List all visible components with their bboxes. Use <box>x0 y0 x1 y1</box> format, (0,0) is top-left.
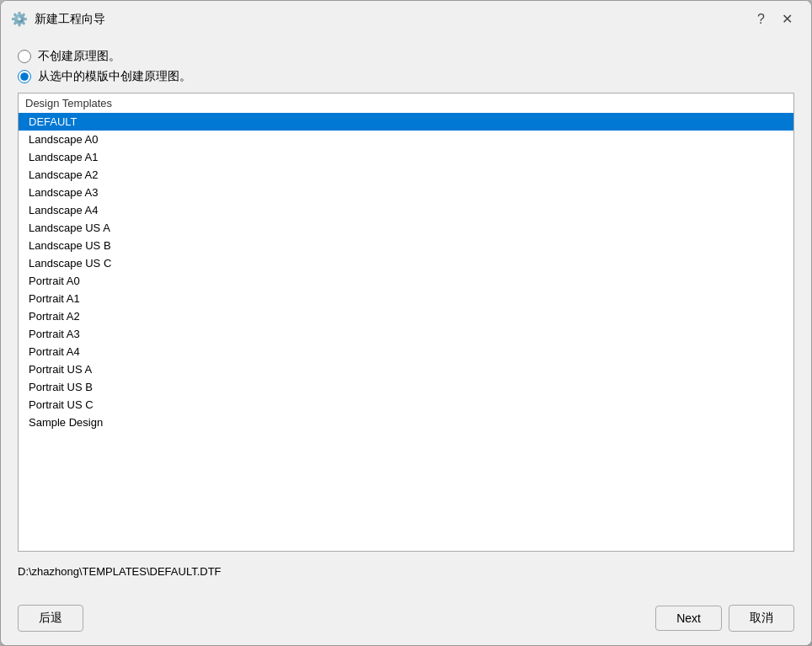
new-project-wizard-dialog: ⚙️ 新建工程向导 ? ✕ 不创建原理图。 从选中的模版中创建原理图。 Desi… <box>0 0 812 646</box>
list-item[interactable]: Landscape A4 <box>19 201 793 219</box>
close-button[interactable]: ✕ <box>777 9 798 29</box>
list-item[interactable]: Portrait US B <box>19 378 793 396</box>
dialog-body: 不创建原理图。 从选中的模版中创建原理图。 Design Templates D… <box>1 35 811 595</box>
dialog-footer: 后退 Next 取消 <box>1 595 811 645</box>
app-icon: ⚙️ <box>11 11 28 28</box>
back-button[interactable]: 后退 <box>18 605 83 632</box>
file-path: D:\zhazhong\TEMPLATES\DEFAULT.DTF <box>18 560 794 581</box>
list-item[interactable]: Landscape A1 <box>19 148 793 166</box>
template-list: DEFAULTLandscape A0Landscape A1Landscape… <box>19 113 793 431</box>
list-item[interactable]: Landscape US B <box>19 237 793 254</box>
next-button[interactable]: Next <box>655 606 722 631</box>
list-item[interactable]: Landscape A0 <box>19 131 793 148</box>
radio-from-template[interactable]: 从选中的模版中创建原理图。 <box>18 69 794 84</box>
list-item[interactable]: Portrait A0 <box>19 272 793 290</box>
help-button[interactable]: ? <box>752 10 770 29</box>
list-item[interactable]: Portrait A3 <box>19 325 793 343</box>
list-item[interactable]: Portrait A2 <box>19 307 793 325</box>
list-item[interactable]: Portrait US C <box>19 396 793 414</box>
title-bar-left: ⚙️ 新建工程向导 <box>11 11 105 28</box>
list-item[interactable]: Landscape A2 <box>19 166 793 184</box>
list-item[interactable]: Portrait US A <box>19 360 793 378</box>
list-item[interactable]: Landscape US C <box>19 254 793 272</box>
radio-from-template-label: 从选中的模版中创建原理图。 <box>38 69 191 84</box>
radio-no-schematic-input[interactable] <box>18 50 31 63</box>
list-item[interactable]: Sample Design <box>19 414 793 431</box>
dialog-title: 新建工程向导 <box>35 12 105 27</box>
list-item[interactable]: Landscape A3 <box>19 184 793 201</box>
title-bar-right: ? ✕ <box>752 9 798 29</box>
list-header: Design Templates <box>19 93 793 113</box>
list-item[interactable]: DEFAULT <box>19 113 793 131</box>
radio-no-schematic-label: 不创建原理图。 <box>38 49 120 64</box>
radio-no-schematic[interactable]: 不创建原理图。 <box>18 49 794 64</box>
cancel-button[interactable]: 取消 <box>729 605 794 632</box>
title-bar: ⚙️ 新建工程向导 ? ✕ <box>1 1 811 35</box>
list-item[interactable]: Landscape US A <box>19 219 793 237</box>
radio-group: 不创建原理图。 从选中的模版中创建原理图。 <box>18 49 794 84</box>
list-item[interactable]: Portrait A1 <box>19 290 793 307</box>
list-item[interactable]: Portrait A4 <box>19 343 793 360</box>
radio-from-template-input[interactable] <box>18 70 31 83</box>
footer-left: 后退 <box>18 605 649 632</box>
template-list-container: Design Templates DEFAULTLandscape A0Land… <box>18 93 794 552</box>
